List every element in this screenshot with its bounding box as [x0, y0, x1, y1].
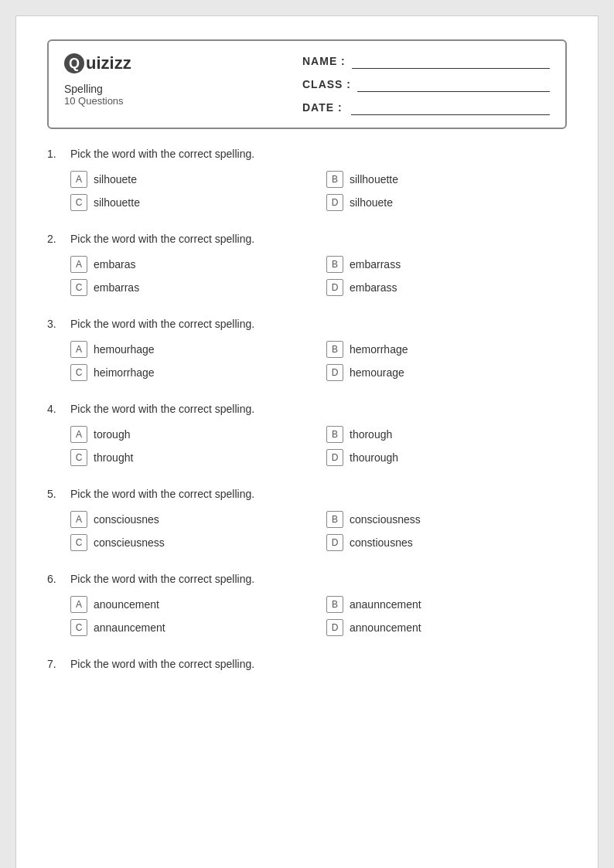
date-field-row: DATE :: [302, 100, 550, 115]
option-letter-2-B: B: [326, 256, 343, 273]
option-letter-3-D: D: [326, 364, 343, 381]
question-text-2: Pick the word with the correct spelling.: [70, 233, 254, 245]
logo-icon: Q: [64, 53, 84, 73]
option-letter-6-D: D: [326, 619, 343, 636]
question-4: 4.Pick the word with the correct spellin…: [47, 403, 567, 466]
option-4-D[interactable]: Dthourough: [326, 449, 567, 466]
option-text-4-A: torough: [94, 428, 130, 441]
option-letter-2-D: D: [326, 279, 343, 296]
option-letter-4-B: B: [326, 426, 343, 443]
option-1-B[interactable]: Bsillhouette: [326, 171, 567, 188]
option-1-A[interactable]: Asilhouete: [70, 171, 311, 188]
option-letter-1-D: D: [326, 194, 343, 211]
quiz-questions: 10 Questions: [64, 95, 131, 107]
option-4-C[interactable]: Cthrought: [70, 449, 311, 466]
question-number-7: 7.: [47, 658, 63, 670]
option-6-D[interactable]: Dannouncement: [326, 619, 567, 636]
quiz-title: Spelling: [64, 83, 131, 95]
option-letter-6-A: A: [70, 596, 87, 613]
option-4-A[interactable]: Atorough: [70, 426, 311, 443]
option-5-A[interactable]: Aconsciousnes: [70, 511, 311, 528]
option-text-3-B: hemorrhage: [350, 343, 408, 356]
name-field-row: NAME :: [302, 53, 550, 69]
question-number-5: 5.: [47, 488, 63, 500]
page: Q uizizz Spelling 10 Questions NAME : CL…: [15, 15, 599, 868]
option-6-B[interactable]: Banaunncement: [326, 596, 567, 613]
question-number-1: 1.: [47, 148, 63, 160]
option-text-5-A: consciousnes: [94, 513, 159, 526]
question-text-3: Pick the word with the correct spelling.: [70, 318, 254, 330]
option-text-4-B: thorough: [350, 428, 392, 441]
question-2: 2.Pick the word with the correct spellin…: [47, 233, 567, 296]
question-number-4: 4.: [47, 403, 63, 415]
option-5-C[interactable]: Cconscieusness: [70, 534, 311, 551]
option-5-B[interactable]: Bconsciousness: [326, 511, 567, 528]
option-3-C[interactable]: Cheimorrhage: [70, 364, 311, 381]
question-text-6: Pick the word with the correct spelling.: [70, 573, 254, 585]
option-3-D[interactable]: Dhemourage: [326, 364, 567, 381]
option-6-C[interactable]: Cannauncement: [70, 619, 311, 636]
class-field-row: CLASS :: [302, 77, 550, 92]
question-text-1: Pick the word with the correct spelling.: [70, 148, 254, 160]
question-text-4: Pick the word with the correct spelling.: [70, 403, 254, 415]
option-2-A[interactable]: Aembaras: [70, 256, 311, 273]
option-letter-5-A: A: [70, 511, 87, 528]
option-letter-5-D: D: [326, 534, 343, 551]
option-letter-3-B: B: [326, 341, 343, 358]
option-text-2-B: embarrass: [350, 258, 401, 271]
logo-text: uizizz: [86, 53, 131, 73]
logo: Q uizizz: [64, 53, 131, 73]
option-1-D[interactable]: Dsilhouete: [326, 194, 567, 211]
option-letter-2-C: C: [70, 279, 87, 296]
option-text-4-C: throught: [94, 451, 133, 464]
option-text-5-C: conscieusness: [94, 536, 165, 549]
question-5: 5.Pick the word with the correct spellin…: [47, 488, 567, 551]
question-number-2: 2.: [47, 233, 63, 245]
option-1-C[interactable]: Csilhouette: [70, 194, 311, 211]
option-text-2-A: embaras: [94, 258, 135, 271]
question-6: 6.Pick the word with the correct spellin…: [47, 573, 567, 636]
option-letter-3-A: A: [70, 341, 87, 358]
question-3: 3.Pick the word with the correct spellin…: [47, 318, 567, 381]
option-5-D[interactable]: Dconstiousnes: [326, 534, 567, 551]
option-3-A[interactable]: Ahemourhage: [70, 341, 311, 358]
date-input-line[interactable]: [351, 100, 550, 115]
question-7: 7.Pick the word with the correct spellin…: [47, 658, 567, 670]
option-text-1-D: silhouete: [350, 196, 393, 209]
question-text-7: Pick the word with the correct spelling.: [70, 658, 254, 670]
option-letter-4-A: A: [70, 426, 87, 443]
class-input-line[interactable]: [357, 77, 550, 92]
class-label: CLASS :: [302, 78, 351, 90]
option-text-1-C: silhouette: [94, 196, 140, 209]
option-2-C[interactable]: Cembarras: [70, 279, 311, 296]
option-text-5-B: consciousness: [350, 513, 421, 526]
option-4-B[interactable]: Bthorough: [326, 426, 567, 443]
option-letter-6-C: C: [70, 619, 87, 636]
option-text-6-B: anaunncement: [350, 598, 421, 611]
question-number-6: 6.: [47, 573, 63, 585]
option-letter-1-A: A: [70, 171, 87, 188]
option-text-3-D: hemourage: [350, 366, 404, 379]
option-letter-5-C: C: [70, 534, 87, 551]
option-text-2-D: embarass: [350, 281, 397, 294]
option-letter-1-C: C: [70, 194, 87, 211]
option-text-5-D: constiousnes: [350, 536, 413, 549]
option-text-6-C: annauncement: [94, 621, 165, 634]
header-right: NAME : CLASS : DATE :: [302, 53, 550, 115]
option-letter-2-A: A: [70, 256, 87, 273]
header-left: Q uizizz Spelling 10 Questions: [64, 53, 131, 107]
option-text-6-A: anouncement: [94, 598, 159, 611]
option-letter-4-C: C: [70, 449, 87, 466]
option-text-1-B: sillhouette: [350, 173, 398, 186]
questions-container: 1.Pick the word with the correct spellin…: [47, 148, 567, 670]
option-letter-3-C: C: [70, 364, 87, 381]
name-input-line[interactable]: [352, 53, 550, 69]
option-letter-1-B: B: [326, 171, 343, 188]
option-3-B[interactable]: Bhemorrhage: [326, 341, 567, 358]
option-2-D[interactable]: Dembarass: [326, 279, 567, 296]
option-text-2-C: embarras: [94, 281, 139, 294]
option-2-B[interactable]: Bembarrass: [326, 256, 567, 273]
option-6-A[interactable]: Aanouncement: [70, 596, 311, 613]
date-label: DATE :: [302, 101, 345, 114]
option-text-6-D: announcement: [350, 621, 421, 634]
